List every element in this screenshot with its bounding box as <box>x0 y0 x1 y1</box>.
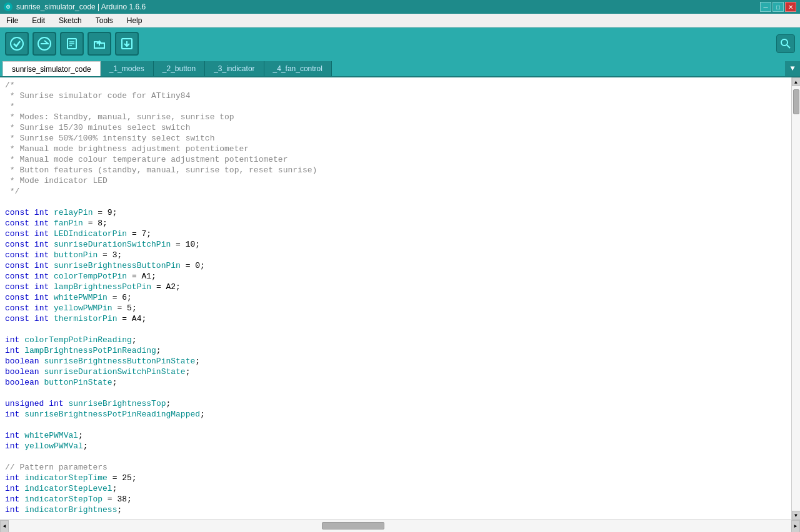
code-line-29: boolean buttonPinState; <box>5 378 117 387</box>
code-line-26: int lampBrightnessPotPinReading; <box>5 346 161 355</box>
code-line-28: boolean sunriseDurationSwitchPinState; <box>5 367 190 377</box>
code-line-20: const int lampBrightnessPotPin = A2; <box>5 282 181 292</box>
scroll-thumb[interactable] <box>793 89 799 114</box>
menu-help[interactable]: Help <box>123 15 146 26</box>
svg-point-0 <box>11 37 23 50</box>
tab-2-button[interactable]: _2_button <box>154 61 205 76</box>
code-line-38: int indicatorStepTime = 25; <box>5 473 137 483</box>
open-button[interactable] <box>88 32 111 56</box>
menu-edit[interactable]: Edit <box>28 15 49 26</box>
code-line-14: const int fanPin = 8; <box>5 219 108 228</box>
code-line-40: int indicatorStepTop = 38; <box>5 495 132 504</box>
code-line-25: int colorTempPotPinReading; <box>5 335 137 345</box>
code-line-39: int indicatorStepLevel; <box>5 484 117 493</box>
vertical-scrollbar[interactable]: ▲ ▼ <box>791 77 800 520</box>
hscroll-thumb[interactable] <box>322 522 384 530</box>
serial-monitor-button[interactable] <box>776 34 795 53</box>
code-line-31: unsigned int sunriseBrightnessTop; <box>5 399 171 408</box>
code-line-10: * Mode indicator LED <box>5 176 108 185</box>
code-line-35: int yellowPWMVal; <box>5 441 88 451</box>
code-line-6: * Sunrise 50%/100% intensity select swit… <box>5 134 214 143</box>
scroll-up-arrow[interactable]: ▲ <box>792 77 801 86</box>
code-line-9: * Button features (standby, manual, sunr… <box>5 165 317 175</box>
close-button[interactable]: ✕ <box>785 2 796 12</box>
tab-sunrise-simulator-code[interactable]: sunrise_simulator_code <box>2 61 101 76</box>
tab-1-modes[interactable]: _1_modes <box>101 61 154 76</box>
code-line-7: * Manual mode brightness adjustment pote… <box>5 144 249 154</box>
code-line-8: * Manual mode colour temperature adjustm… <box>5 155 288 164</box>
code-line-37: // Pattern parameters <box>5 463 108 472</box>
svg-point-10 <box>781 39 788 46</box>
menu-tools[interactable]: Tools <box>92 15 117 26</box>
editor-container: /* * Sunrise simulator code for ATtiny84… <box>0 77 800 520</box>
menu-sketch[interactable]: Sketch <box>55 15 86 26</box>
hscroll-track[interactable] <box>9 520 791 532</box>
code-line-22: const int yellowPWMPin = 5; <box>5 303 137 313</box>
tab-4-fan-control[interactable]: _4_fan_control <box>264 61 332 76</box>
code-line-15: const int LEDIndicatorPin = 7; <box>5 229 151 239</box>
verify-button[interactable] <box>5 32 29 56</box>
upload-button[interactable] <box>32 32 56 56</box>
minimize-button[interactable]: ─ <box>760 2 771 12</box>
code-line-16: const int sunriseDurationSwitchPin = 10; <box>5 240 200 249</box>
scroll-track[interactable] <box>792 86 800 511</box>
code-line-4: * Modes: Standby, manual, sunrise, sunri… <box>5 112 234 122</box>
menu-file[interactable]: File <box>2 15 22 26</box>
titlebar-left: ⚙ sunrise_simulator_code | Arduino 1.6.6 <box>4 2 146 11</box>
arduino-icon: ⚙ <box>4 2 12 11</box>
scroll-down-arrow[interactable]: ▼ <box>792 511 801 520</box>
hscroll-left-arrow[interactable]: ◄ <box>0 520 9 533</box>
code-line-21: const int whitePWMPin = 6; <box>5 293 132 302</box>
save-button[interactable] <box>115 32 139 56</box>
code-line-3: * <box>5 102 15 111</box>
tabs-more-button[interactable]: ▼ <box>785 61 800 76</box>
code-line-34: int whitePWMVal; <box>5 431 83 440</box>
code-line-1: /* <box>5 81 15 90</box>
titlebar-title: sunrise_simulator_code | Arduino 1.6.6 <box>16 2 146 11</box>
editor-scroll[interactable]: /* * Sunrise simulator code for ATtiny84… <box>0 77 791 520</box>
code-line-5: * Sunrise 15/30 minutes select switch <box>5 123 190 132</box>
menubar: File Edit Sketch Tools Help <box>0 14 800 27</box>
code-line-41: int indicatorBrightness; <box>5 505 122 515</box>
code-line-19: const int colorTempPotPin = A1; <box>5 272 156 281</box>
code-line-13: const int relayPin = 9; <box>5 208 117 217</box>
titlebar: ⚙ sunrise_simulator_code | Arduino 1.6.6… <box>0 0 800 14</box>
code-line-32: int sunriseBrightnessPotPinReadingMapped… <box>5 410 205 419</box>
code-line-27: boolean sunriseBrightnessButtonPinState; <box>5 357 200 366</box>
code-line-17: const int buttonPin = 3; <box>5 250 122 260</box>
code-editor[interactable]: /* * Sunrise simulator code for ATtiny84… <box>0 77 791 518</box>
tabs: sunrise_simulator_code _1_modes _2_butto… <box>0 60 800 77</box>
maximize-button[interactable]: □ <box>772 2 784 12</box>
code-line-18: const int sunriseBrightnessButtonPin = 0… <box>5 261 205 270</box>
hscroll-right-arrow[interactable]: ► <box>791 520 800 533</box>
code-line-2: * Sunrise simulator code for ATtiny84 <box>5 91 190 101</box>
code-line-23: const int thermistorPin = A4; <box>5 314 146 323</box>
code-line-11: */ <box>5 187 19 196</box>
horizontal-scrollbar[interactable]: ◄ ► <box>0 520 800 532</box>
toolbar <box>0 27 800 60</box>
titlebar-buttons: ─ □ ✕ <box>760 2 796 12</box>
svg-line-11 <box>787 45 790 48</box>
new-button[interactable] <box>60 32 84 56</box>
tab-3-indicator[interactable]: _3_indicator <box>205 61 264 76</box>
